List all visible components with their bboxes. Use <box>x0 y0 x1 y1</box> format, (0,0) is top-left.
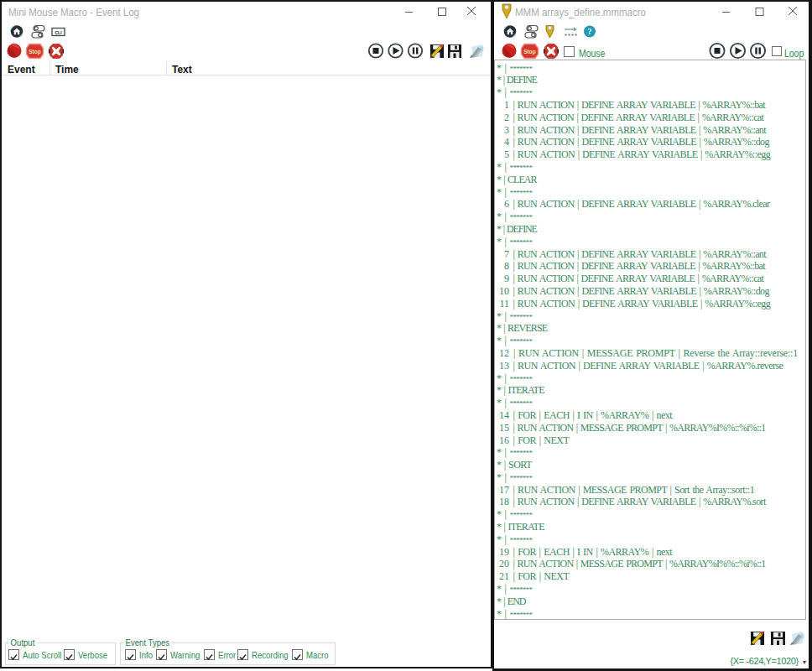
svg-text:?: ? <box>588 27 592 36</box>
svg-text:Stop: Stop <box>29 49 40 55</box>
svg-text:Stop: Stop <box>523 49 535 55</box>
svg-text:CLI: CLI <box>55 30 62 35</box>
